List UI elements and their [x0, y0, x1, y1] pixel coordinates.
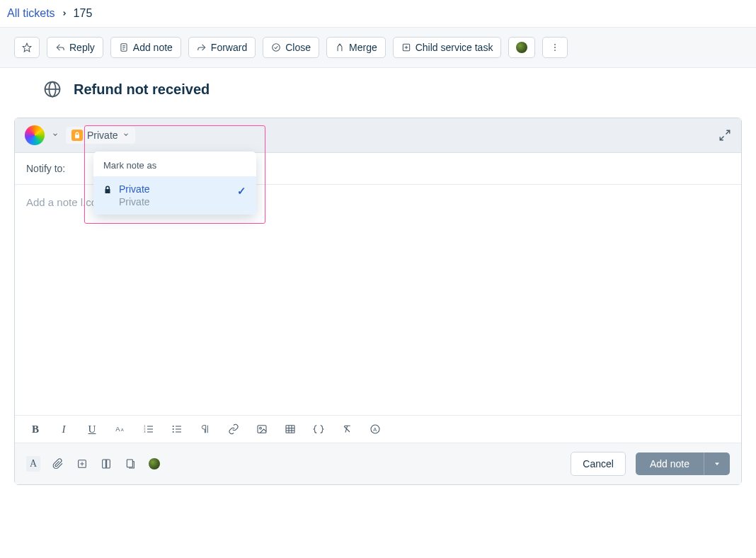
svg-point-26 [173, 428, 174, 430]
font-size-button[interactable]: AA [114, 423, 127, 435]
svg-point-10 [554, 47, 556, 48]
add-note-label: Add note [133, 42, 173, 53]
submit-split-button: Add note [636, 452, 730, 475]
breadcrumb: All tickets 175 [0, 0, 756, 27]
freddy-icon [149, 458, 160, 469]
merge-button[interactable]: Merge [326, 37, 386, 58]
dropdown-header: Mark note as [93, 152, 256, 176]
freddy-icon [516, 42, 527, 53]
paragraph-format-button[interactable] [199, 423, 212, 435]
add-note-options-button[interactable] [704, 452, 730, 475]
text-color-button[interactable]: A [26, 456, 40, 472]
ordered-list-button[interactable]: 123 [142, 423, 155, 435]
footer-tools: A [26, 456, 161, 472]
cancel-button[interactable]: Cancel [571, 452, 626, 476]
compose-header: Private [15, 118, 741, 153]
dropdown-option-private[interactable]: Private Private ✓ [93, 176, 256, 215]
add-note-button[interactable]: Add note [110, 37, 181, 58]
forward-icon [197, 42, 207, 52]
lock-icon [103, 185, 112, 195]
svg-text:3: 3 [144, 430, 146, 433]
svg-line-16 [720, 137, 723, 140]
merge-icon [335, 42, 345, 52]
svg-marker-0 [23, 43, 31, 52]
reply-label: Reply [69, 42, 95, 53]
forward-button[interactable]: Forward [188, 37, 256, 58]
more-actions-button[interactable] [542, 37, 568, 58]
underline-button[interactable]: U [86, 423, 98, 435]
merge-label: Merge [349, 42, 377, 53]
svg-point-11 [554, 50, 556, 51]
star-icon [22, 42, 32, 52]
format-toolbar: B I U AA 123 A [15, 415, 741, 443]
breadcrumb-current: 175 [74, 7, 93, 20]
footer-actions: Cancel Add note [571, 452, 730, 476]
reply-button[interactable]: Reply [47, 37, 103, 58]
bold-button[interactable]: B [29, 423, 42, 435]
compose-footer: A Cancel Add note [15, 443, 741, 484]
chevron-down-icon [122, 131, 130, 140]
close-button[interactable]: Close [263, 37, 319, 58]
more-vertical-icon [550, 42, 560, 52]
undo-button[interactable]: A [369, 423, 382, 435]
svg-rect-33 [286, 426, 294, 433]
note-visibility-toggle[interactable]: Private [66, 127, 135, 144]
svg-line-15 [726, 130, 730, 134]
add-note-submit-button[interactable]: Add note [636, 452, 704, 475]
note-icon [119, 42, 129, 52]
lock-badge-icon [71, 130, 83, 141]
freddy-suggest-button[interactable] [148, 457, 161, 470]
check-icon: ✓ [237, 185, 246, 198]
compose-card: Private Mark note as Private Private ✓ N… [14, 118, 742, 485]
image-button[interactable] [256, 423, 268, 435]
close-label: Close [285, 42, 311, 53]
reply-icon [55, 42, 65, 52]
ticket-toolbar: Reply Add note Forward Close Merge Child… [0, 27, 756, 68]
template-button[interactable] [124, 457, 137, 470]
child-task-label: Child service task [416, 42, 493, 53]
ticket-title-row: Refund not received [14, 68, 742, 110]
avatar-chevron-down-icon[interactable] [52, 131, 59, 140]
expand-icon[interactable] [718, 129, 731, 142]
ticket-title: Refund not received [74, 81, 210, 98]
code-button[interactable] [312, 423, 325, 435]
svg-rect-31 [258, 426, 266, 433]
svg-rect-41 [127, 460, 132, 467]
table-button[interactable] [284, 423, 297, 435]
italic-button[interactable]: I [57, 423, 70, 435]
svg-point-9 [554, 44, 556, 45]
svg-text:A: A [121, 428, 124, 432]
svg-point-25 [173, 426, 174, 427]
knowledge-base-button[interactable] [100, 457, 113, 470]
option-subtitle: Private [119, 196, 150, 207]
attachment-button[interactable] [52, 457, 64, 470]
option-title: Private [119, 183, 150, 195]
svg-marker-42 [715, 463, 719, 466]
chevron-right-icon [61, 8, 68, 19]
link-button[interactable] [227, 423, 240, 435]
child-service-task-button[interactable]: Child service task [393, 37, 502, 58]
svg-text:A: A [373, 426, 377, 433]
clear-format-button[interactable] [340, 423, 353, 435]
forward-label: Forward [211, 42, 247, 53]
svg-text:A: A [115, 426, 120, 433]
freddy-button[interactable] [508, 37, 535, 58]
canned-response-button[interactable] [76, 457, 88, 470]
svg-point-5 [273, 44, 280, 52]
check-circle-icon [271, 42, 281, 52]
svg-point-27 [173, 431, 174, 433]
visibility-label: Private [87, 130, 118, 141]
breadcrumb-root-link[interactable]: All tickets [7, 7, 55, 20]
chevron-down-icon [713, 460, 721, 468]
unordered-list-button[interactable] [171, 423, 183, 435]
svg-point-32 [260, 427, 262, 429]
globe-icon [42, 79, 62, 99]
agent-avatar[interactable] [25, 125, 45, 145]
note-editor[interactable]: Add a note l.com to invite to Freshdesk [15, 185, 741, 415]
star-button[interactable] [14, 37, 40, 58]
visibility-dropdown: Mark note as Private Private ✓ [93, 152, 256, 215]
plus-square-icon [401, 42, 411, 52]
